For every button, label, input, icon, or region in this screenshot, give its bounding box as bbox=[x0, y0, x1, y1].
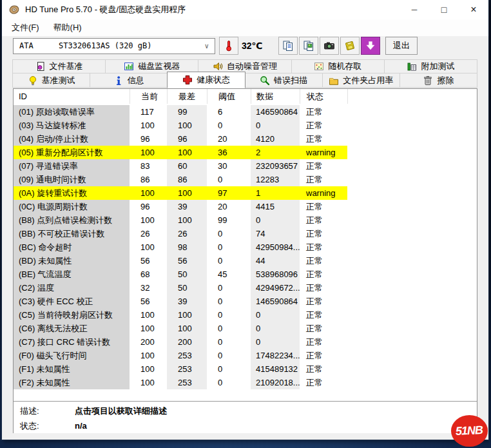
table-row[interactable]: (07) 寻道错误率836030232093657正常 bbox=[14, 159, 477, 173]
cell-id: (09) 通电时间计数 bbox=[14, 173, 130, 186]
table-row[interactable]: (C2) 温度3250042949672...正常 bbox=[14, 281, 477, 295]
column-header-worst[interactable]: 最差 bbox=[167, 89, 207, 104]
cell-threshold: 0 bbox=[207, 281, 251, 295]
tab-benchmark[interactable]: 基准测试 bbox=[12, 73, 90, 88]
tab-label: 擦除 bbox=[437, 75, 454, 86]
screenshot-button[interactable] bbox=[320, 37, 339, 55]
exit-button[interactable]: 退出 bbox=[385, 37, 418, 55]
cell-id: (0C) 电源周期计数 bbox=[14, 200, 130, 213]
save-icon bbox=[344, 40, 356, 52]
cell-filler bbox=[347, 105, 477, 119]
table-row[interactable]: (B8) 点到点错误检测计数100100990正常 bbox=[14, 213, 477, 227]
copy-text-icon bbox=[282, 40, 294, 52]
drive-model: ST3320613AS (320 gB) bbox=[59, 39, 152, 54]
tab-health[interactable]: 健康状态 bbox=[167, 72, 245, 88]
cell-threshold: 0 bbox=[207, 376, 251, 389]
cell-filler bbox=[347, 213, 477, 227]
column-header-data[interactable]: 数据 bbox=[251, 89, 300, 104]
table-row[interactable]: (C6) 离线无法校正10010000正常 bbox=[14, 322, 477, 335]
table-row[interactable]: (BB) 不可校正错误计数2626074正常 bbox=[14, 227, 477, 240]
table-row[interactable]: (0A) 旋转重试计数100100971warning bbox=[14, 186, 477, 200]
maximize-button[interactable]: □ bbox=[429, 0, 459, 19]
51nb-logo: 51NB bbox=[451, 415, 488, 447]
menu-bar: 文件(F) 帮助(H) bbox=[2, 19, 488, 36]
copy-text-button[interactable] bbox=[278, 37, 298, 55]
menu-file[interactable]: 文件(F) bbox=[5, 19, 46, 36]
cell-current: 68 bbox=[130, 268, 167, 281]
cell-data: 232093657 bbox=[251, 159, 300, 173]
cell-filler bbox=[347, 349, 477, 362]
cell-status: 正常 bbox=[300, 200, 347, 213]
cell-status: 正常 bbox=[300, 268, 347, 281]
cell-data: 4415 bbox=[251, 200, 300, 213]
table-row[interactable]: (04) 启动/停止计数9696204120正常 bbox=[14, 132, 477, 146]
cell-worst: 253 bbox=[167, 349, 207, 362]
menu-help[interactable]: 帮助(H) bbox=[46, 19, 89, 36]
cell-id: (04) 启动/停止计数 bbox=[14, 132, 130, 146]
tab-error-scan[interactable]: 错误扫描 bbox=[245, 73, 323, 88]
copy-image-button[interactable] bbox=[299, 37, 318, 55]
cell-id: (05) 重新分配扇区计数 bbox=[14, 146, 130, 159]
cell-filler bbox=[347, 119, 477, 132]
cell-id: (C3) 硬件 ECC 校正 bbox=[14, 295, 130, 308]
cell-id: (C5) 当前待映射扇区计数 bbox=[14, 308, 130, 322]
temperature-button[interactable] bbox=[219, 37, 238, 55]
cell-data: 538968096 bbox=[251, 268, 300, 281]
table-row[interactable]: (F2) 未知属性100253021092018...正常 bbox=[14, 376, 477, 389]
smart-table: ID 当前 最差 阈值 数据 状态 (01) 原始读取错误率1179961465… bbox=[14, 89, 477, 402]
toolbar: ATA ST3320613AS (320 gB) ∨ 32℃ bbox=[2, 36, 488, 59]
column-header-current[interactable]: 当前 bbox=[130, 89, 167, 104]
close-button[interactable]: × bbox=[459, 0, 488, 19]
column-header-status[interactable]: 状态 bbox=[300, 89, 347, 104]
cell-worst: 100 bbox=[167, 186, 207, 200]
tab-file-benchmark[interactable]: 文件基准 bbox=[12, 59, 106, 73]
tab-folder-usage[interactable]: 文件夹占用率 bbox=[322, 73, 400, 88]
cell-current: 96 bbox=[130, 132, 167, 146]
cell-filler bbox=[347, 200, 477, 213]
cell-status: 正常 bbox=[300, 240, 347, 254]
cell-data: 12283 bbox=[251, 173, 300, 186]
tab-random-access[interactable]: 随机存取 bbox=[291, 59, 385, 73]
table-row[interactable]: (09) 通电时间计数8686012283正常 bbox=[14, 173, 477, 186]
table-row[interactable]: (C5) 当前待映射扇区计数10010000正常 bbox=[14, 308, 477, 322]
cell-filler bbox=[347, 335, 477, 349]
cell-status: 正常 bbox=[300, 322, 347, 335]
table-row[interactable]: (BD) 未知属性5656044正常 bbox=[14, 254, 477, 268]
cell-filler bbox=[347, 295, 477, 308]
cell-status: warning bbox=[300, 186, 347, 200]
cell-threshold: 20 bbox=[207, 200, 251, 213]
51nb-logo-text: 51NB bbox=[456, 424, 483, 438]
minimize-button[interactable]: ─ bbox=[400, 0, 429, 19]
table-row[interactable]: (0C) 电源周期计数9639204415正常 bbox=[14, 200, 477, 213]
table-row[interactable]: (C7) 接口 CRC 错误计数20020000正常 bbox=[14, 335, 477, 349]
tab-erase[interactable]: 擦除 bbox=[400, 73, 477, 88]
cell-worst: 39 bbox=[167, 295, 207, 308]
table-row[interactable]: (03) 马达旋转标准10010000正常 bbox=[14, 119, 477, 132]
tab-info[interactable]: 信息 bbox=[90, 73, 168, 88]
save-button[interactable] bbox=[340, 37, 360, 55]
cell-worst: 39 bbox=[167, 200, 207, 213]
cell-worst: 100 bbox=[167, 308, 207, 322]
table-row[interactable]: (BC) 命令超时10098042950984...正常 bbox=[14, 240, 477, 254]
cell-worst: 100 bbox=[167, 213, 207, 227]
table-row[interactable]: (C3) 硬件 ECC 校正56390146590864正常 bbox=[14, 295, 477, 308]
table-row[interactable]: (01) 原始读取错误率117996146590864正常 bbox=[14, 105, 477, 119]
column-header-id[interactable]: ID bbox=[14, 89, 130, 104]
cell-status: 正常 bbox=[300, 105, 347, 119]
table-row[interactable]: (05) 重新分配扇区计数100100362warning bbox=[14, 146, 477, 159]
download-arrow-button[interactable] bbox=[361, 37, 380, 55]
column-header-threshold[interactable]: 阈值 bbox=[207, 89, 251, 104]
download-arrow-icon bbox=[365, 40, 376, 52]
status-label: 状态: bbox=[20, 419, 39, 433]
drive-select-dropdown[interactable]: ATA ST3320613AS (320 gB) ∨ bbox=[13, 38, 215, 54]
table-row[interactable]: (BE) 气流温度685045538968096正常 bbox=[14, 268, 477, 281]
cell-filler bbox=[347, 268, 477, 281]
tab-strip: 文件基准 磁盘监视器 自动噪音管理 bbox=[13, 59, 477, 88]
cell-status: 正常 bbox=[300, 254, 347, 268]
cell-data: 1 bbox=[251, 186, 300, 200]
cell-worst: 86 bbox=[167, 173, 207, 186]
table-row[interactable]: (F0) 磁头飞行时间100253017482234...正常 bbox=[14, 349, 477, 362]
tab-extra-tests[interactable]: 附加测试 bbox=[384, 59, 477, 73]
table-row[interactable]: (F1) 未知属性1002530415489132正常 bbox=[14, 362, 477, 376]
cell-current: 100 bbox=[130, 119, 167, 132]
